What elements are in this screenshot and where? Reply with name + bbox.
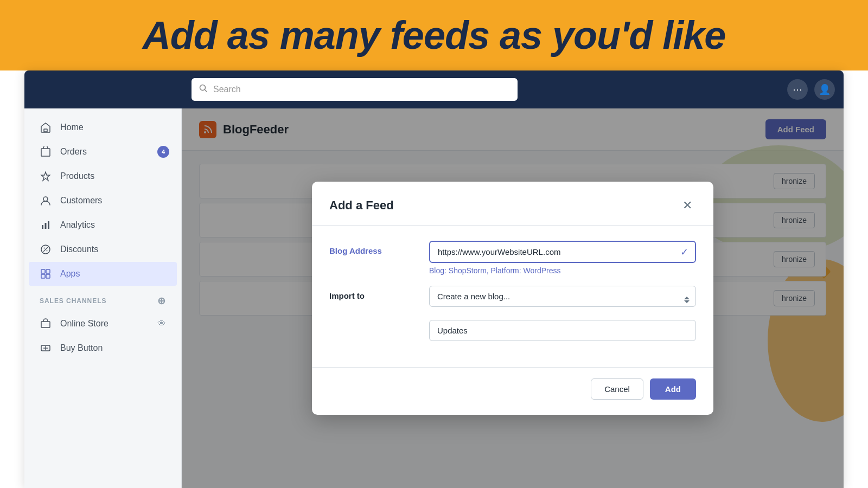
sidebar-label-discounts: Discounts bbox=[60, 245, 98, 254]
sidebar-label-apps: Apps bbox=[60, 269, 80, 279]
sales-channels-add-icon[interactable]: ⊕ bbox=[157, 295, 166, 307]
svg-rect-2 bbox=[44, 129, 47, 132]
nav-icon-btn-2[interactable]: 👤 bbox=[814, 79, 835, 100]
import-to-row: Import to Create a new blog... bbox=[329, 286, 696, 341]
modal: Add a Feed ✕ Blog Address ✓ bbox=[312, 182, 713, 415]
app-body: Home Orders 4 Products bbox=[24, 108, 844, 488]
svg-rect-5 bbox=[42, 225, 43, 229]
sidebar-label-online-store: Online Store bbox=[60, 319, 108, 329]
sales-channels-label: SALES CHANNELS bbox=[40, 297, 106, 305]
sidebar-item-apps[interactable]: Apps bbox=[29, 262, 177, 286]
banner-text: Add as many feeds as you'd like bbox=[143, 13, 726, 57]
banner: Add as many feeds as you'd like bbox=[0, 0, 868, 70]
blog-address-field: ✓ Blog: ShopStorm, Platform: WordPress bbox=[429, 241, 696, 275]
blog-address-label: Blog Address bbox=[329, 241, 416, 255]
orders-icon bbox=[40, 146, 52, 158]
svg-rect-16 bbox=[41, 322, 50, 328]
sidebar-label-buy-button: Buy Button bbox=[60, 343, 103, 353]
sidebar-item-online-store[interactable]: Online Store 👁 bbox=[29, 312, 177, 336]
modal-close-button[interactable]: ✕ bbox=[679, 197, 696, 214]
app-wrapper: Search ⋯ 👤 Home bbox=[24, 70, 844, 488]
sales-channels-header: SALES CHANNELS ⊕ bbox=[24, 286, 181, 311]
top-nav-right: ⋯ 👤 bbox=[524, 79, 835, 100]
sidebar-item-buy-button[interactable]: Buy Button bbox=[29, 336, 177, 360]
svg-rect-15 bbox=[46, 274, 50, 278]
apps-icon bbox=[40, 268, 52, 280]
blog-address-input-wrapper: ✓ bbox=[429, 241, 696, 263]
sidebar: Home Orders 4 Products bbox=[24, 108, 182, 488]
svg-rect-6 bbox=[45, 223, 47, 229]
blog-name-input[interactable] bbox=[429, 320, 696, 341]
svg-point-4 bbox=[43, 197, 48, 201]
top-nav: Search ⋯ 👤 bbox=[24, 70, 844, 108]
sidebar-label-products: Products bbox=[60, 171, 94, 181]
customers-icon bbox=[40, 195, 52, 207]
input-check-icon: ✓ bbox=[680, 246, 688, 258]
import-select[interactable]: Create a new blog... bbox=[429, 286, 696, 307]
svg-rect-14 bbox=[41, 274, 45, 278]
add-button[interactable]: Add bbox=[650, 378, 696, 400]
analytics-icon bbox=[40, 219, 52, 231]
svg-point-9 bbox=[44, 248, 45, 249]
sidebar-label-orders: Orders bbox=[60, 147, 87, 157]
sidebar-label-customers: Customers bbox=[60, 196, 102, 206]
products-icon bbox=[40, 170, 52, 182]
main-content: BlogFeeder Add Feed ↗ hronize hronize bbox=[182, 108, 844, 488]
blog-address-input[interactable] bbox=[429, 241, 696, 263]
import-select-wrapper: Create a new blog... bbox=[429, 286, 696, 313]
import-to-field: Create a new blog... bbox=[429, 286, 696, 341]
sidebar-item-customers[interactable]: Customers bbox=[29, 189, 177, 213]
svg-rect-12 bbox=[41, 269, 45, 273]
sidebar-item-analytics[interactable]: Analytics bbox=[29, 213, 177, 237]
search-icon bbox=[199, 84, 208, 95]
eye-icon[interactable]: 👁 bbox=[157, 319, 166, 329]
blog-address-row: Blog Address ✓ Blog: ShopStorm, Platform… bbox=[329, 241, 696, 275]
modal-header: Add a Feed ✕ bbox=[312, 182, 713, 226]
modal-title: Add a Feed bbox=[329, 198, 394, 213]
modal-footer: Cancel Add bbox=[312, 367, 713, 415]
modal-overlay[interactable]: Add a Feed ✕ Blog Address ✓ bbox=[182, 108, 844, 488]
svg-point-10 bbox=[47, 251, 48, 252]
discounts-icon bbox=[40, 243, 52, 255]
home-icon bbox=[40, 121, 52, 133]
import-to-label: Import to bbox=[329, 286, 416, 300]
cancel-button[interactable]: Cancel bbox=[591, 378, 643, 400]
sidebar-item-orders[interactable]: Orders 4 bbox=[29, 140, 177, 164]
svg-rect-13 bbox=[46, 269, 50, 273]
svg-line-1 bbox=[205, 90, 207, 92]
sidebar-label-home: Home bbox=[60, 123, 84, 132]
svg-rect-7 bbox=[48, 221, 49, 229]
search-placeholder: Search bbox=[213, 85, 241, 94]
search-bar[interactable]: Search bbox=[192, 78, 518, 101]
online-store-icon bbox=[40, 318, 52, 330]
svg-rect-3 bbox=[41, 149, 50, 156]
modal-body: Blog Address ✓ Blog: ShopStorm, Platform… bbox=[312, 226, 713, 367]
sidebar-label-analytics: Analytics bbox=[60, 220, 95, 230]
orders-badge: 4 bbox=[157, 146, 169, 158]
sidebar-item-discounts[interactable]: Discounts bbox=[29, 237, 177, 261]
blog-info-text: Blog: ShopStorm, Platform: WordPress bbox=[429, 266, 696, 275]
nav-icon-btn-1[interactable]: ⋯ bbox=[787, 79, 808, 100]
sidebar-item-home[interactable]: Home bbox=[29, 115, 177, 139]
sidebar-item-products[interactable]: Products bbox=[29, 164, 177, 188]
buy-button-icon bbox=[40, 342, 52, 354]
